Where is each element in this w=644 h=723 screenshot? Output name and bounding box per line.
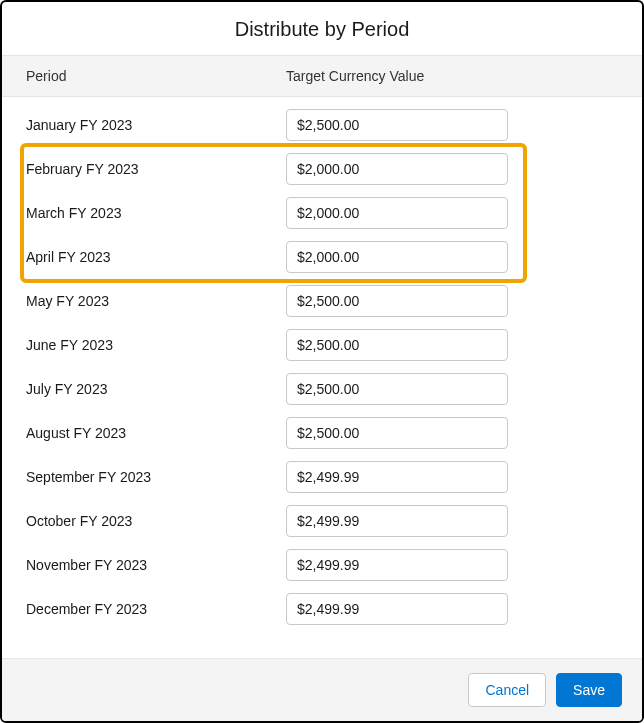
value-input[interactable] [286, 285, 508, 317]
value-cell [286, 417, 508, 449]
period-label: October FY 2023 [26, 513, 286, 529]
period-label: May FY 2023 [26, 293, 286, 309]
value-cell [286, 197, 508, 229]
value-input[interactable] [286, 153, 508, 185]
value-input[interactable] [286, 373, 508, 405]
table-rows: January FY 2023February FY 2023March FY … [2, 97, 642, 641]
header-value: Target Currency Value [286, 68, 618, 84]
table-row: June FY 2023 [2, 323, 642, 367]
value-cell [286, 241, 508, 273]
period-label: November FY 2023 [26, 557, 286, 573]
value-cell [286, 593, 508, 625]
table-row: December FY 2023 [2, 587, 642, 631]
table-row: May FY 2023 [2, 279, 642, 323]
value-input[interactable] [286, 329, 508, 361]
period-label: July FY 2023 [26, 381, 286, 397]
value-cell [286, 153, 508, 185]
dialog-title: Distribute by Period [2, 18, 642, 41]
value-cell [286, 285, 508, 317]
cancel-button[interactable]: Cancel [468, 673, 546, 707]
table-row: October FY 2023 [2, 499, 642, 543]
period-label: December FY 2023 [26, 601, 286, 617]
period-label: June FY 2023 [26, 337, 286, 353]
value-cell [286, 505, 508, 537]
period-label: April FY 2023 [26, 249, 286, 265]
table-header: Period Target Currency Value [2, 56, 642, 97]
value-cell [286, 373, 508, 405]
table-row: April FY 2023 [2, 235, 642, 279]
value-input[interactable] [286, 593, 508, 625]
save-button[interactable]: Save [556, 673, 622, 707]
value-input[interactable] [286, 549, 508, 581]
period-label: February FY 2023 [26, 161, 286, 177]
table-row: January FY 2023 [2, 103, 642, 147]
period-label: September FY 2023 [26, 469, 286, 485]
table-row: February FY 2023 [2, 147, 642, 191]
value-input[interactable] [286, 197, 508, 229]
value-input[interactable] [286, 505, 508, 537]
value-input[interactable] [286, 417, 508, 449]
dialog-footer: Cancel Save [2, 658, 642, 721]
value-input[interactable] [286, 109, 508, 141]
table-row: November FY 2023 [2, 543, 642, 587]
value-input[interactable] [286, 461, 508, 493]
value-cell [286, 329, 508, 361]
period-label: January FY 2023 [26, 117, 286, 133]
table-row: September FY 2023 [2, 455, 642, 499]
value-cell [286, 549, 508, 581]
table-row: March FY 2023 [2, 191, 642, 235]
period-label: August FY 2023 [26, 425, 286, 441]
dialog-header: Distribute by Period [2, 2, 642, 56]
dialog-content: Period Target Currency Value January FY … [2, 56, 642, 658]
period-label: March FY 2023 [26, 205, 286, 221]
value-input[interactable] [286, 241, 508, 273]
value-cell [286, 461, 508, 493]
value-cell [286, 109, 508, 141]
table-row: August FY 2023 [2, 411, 642, 455]
header-period: Period [26, 68, 286, 84]
table-row: July FY 2023 [2, 367, 642, 411]
